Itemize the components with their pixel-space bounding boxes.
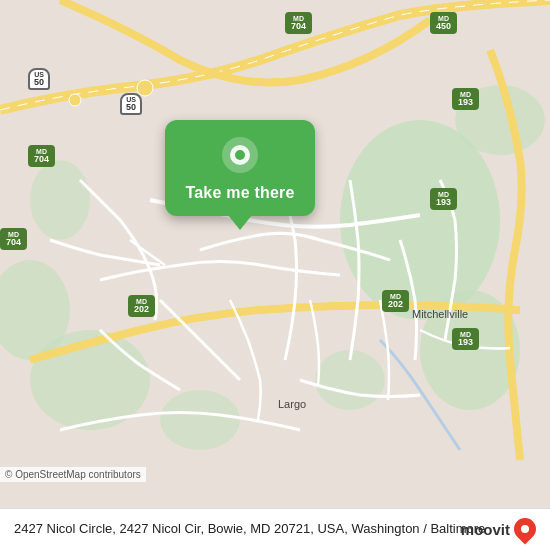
moovit-logo: moovit bbox=[461, 518, 536, 540]
moovit-logo-text: moovit bbox=[461, 521, 510, 538]
label-mitchellville: Mitchellville bbox=[412, 308, 468, 320]
bottom-bar: 2427 Nicol Circle, 2427 Nicol Cir, Bowie… bbox=[0, 508, 550, 550]
moovit-icon bbox=[509, 513, 540, 544]
shield-md704-left2: MD 704 bbox=[0, 228, 27, 250]
shield-md704-left: MD 704 bbox=[28, 145, 55, 167]
shield-md202: MD 202 bbox=[128, 295, 155, 317]
svg-point-12 bbox=[235, 150, 245, 160]
shield-md450: MD 450 bbox=[430, 12, 457, 34]
svg-point-9 bbox=[69, 94, 81, 106]
map-container: MD 704 MD 450 US 50 US 50 MD 704 MD 704 bbox=[0, 0, 550, 550]
svg-point-8 bbox=[137, 80, 153, 96]
svg-point-4 bbox=[160, 390, 240, 450]
location-pin-icon bbox=[221, 136, 259, 174]
attribution-text: © OpenStreetMap contributors bbox=[5, 469, 141, 480]
address-text: 2427 Nicol Circle, 2427 Nicol Cir, Bowie… bbox=[14, 521, 485, 536]
label-largo: Largo bbox=[278, 398, 306, 410]
shield-us50-left: US 50 bbox=[28, 68, 50, 90]
shield-md202-right: MD 202 bbox=[382, 290, 409, 312]
shield-us50-right: US 50 bbox=[120, 93, 142, 115]
shield-md193-bot: MD 193 bbox=[452, 328, 479, 350]
map-popup: Take me there bbox=[130, 120, 350, 216]
shield-md704-top: MD 704 bbox=[285, 12, 312, 34]
map-attribution: © OpenStreetMap contributors bbox=[0, 467, 146, 482]
shield-md193-mid: MD 193 bbox=[430, 188, 457, 210]
popup-bubble: Take me there bbox=[165, 120, 314, 216]
take-me-there-button[interactable]: Take me there bbox=[185, 184, 294, 202]
svg-point-0 bbox=[340, 120, 500, 320]
shield-md193-top: MD 193 bbox=[452, 88, 479, 110]
svg-point-7 bbox=[30, 160, 90, 240]
